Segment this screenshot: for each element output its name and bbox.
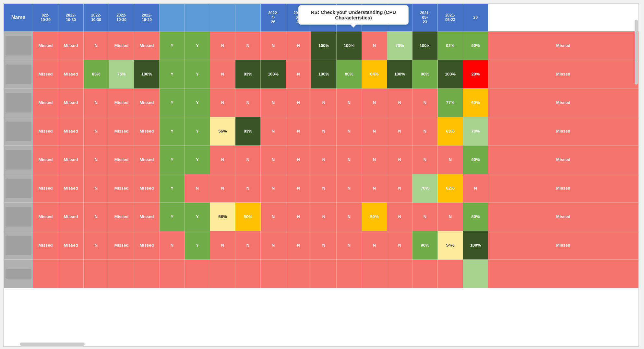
cell-r2c11: N (286, 60, 311, 88)
cell-r1c10: N (261, 31, 286, 60)
student-avatar (4, 174, 33, 203)
cell-r8c12: N (311, 231, 337, 260)
cell-r2c12: 100% (311, 60, 337, 88)
cell-r5c18: 90% (463, 145, 488, 174)
cell-r5c2: Missed (58, 145, 84, 174)
cell-r3c10: N (261, 88, 286, 117)
cell-r9c7 (185, 260, 210, 288)
vertical-scrollbar[interactable] (635, 20, 638, 85)
cell-r8c8: N (210, 231, 235, 260)
header-name: Name (4, 4, 33, 31)
cell-r3c1: Missed (33, 88, 58, 117)
cell-r8c7: Y (185, 231, 210, 260)
cell-r6c13: N (337, 174, 362, 203)
cell-r6c2: Missed (58, 174, 84, 203)
cell-r6c14: N (362, 174, 387, 203)
cell-r7c4: Missed (109, 203, 134, 231)
cell-r2c4: 75% (109, 60, 134, 88)
student-avatar (4, 231, 33, 260)
header-col-18: 20 (463, 4, 488, 31)
cell-r1c11: N (286, 31, 311, 60)
student-avatar (4, 260, 33, 288)
cell-r2c17: 100% (438, 60, 463, 88)
cell-r4c17: 69% (438, 117, 463, 145)
header-col-3: 2022-10-30 (84, 4, 109, 31)
cell-r7c11: N (286, 203, 311, 231)
cell-r4c11: N (286, 117, 311, 145)
header-col-17: 2021-05-23 (438, 4, 463, 31)
cell-r8c9: N (235, 231, 261, 260)
table-row: Missed Missed N Missed Missed Y Y 56% 83… (4, 117, 638, 145)
cell-r2c9: 83% (235, 60, 261, 88)
cell-r3c9: N (235, 88, 261, 117)
cell-r3c7: Y (185, 88, 210, 117)
cell-r7c1: Missed (33, 203, 58, 231)
cell-r6c18: N (463, 174, 488, 203)
cell-r1c1: Missed (33, 31, 58, 60)
cell-r7c16: N (412, 203, 438, 231)
cell-r3c2: Missed (58, 88, 84, 117)
cell-r1c15: 70% (387, 31, 412, 60)
cell-r4c5: Missed (134, 117, 160, 145)
cell-r2c3: 83% (84, 60, 109, 88)
cell-r7c8: 56% (210, 203, 235, 231)
cell-r9c4 (109, 260, 134, 288)
cell-r9c17 (438, 260, 463, 288)
cell-r2c13: 80% (337, 60, 362, 88)
cell-r4c14: N (362, 117, 387, 145)
cell-r7c13: N (337, 203, 362, 231)
cell-r4c15: N (387, 117, 412, 145)
cell-r7c2: Missed (58, 203, 84, 231)
cell-r1c3: N (84, 31, 109, 60)
cell-r8c16: 90% (412, 231, 438, 260)
grade-table: Name 022-10-30 2022-10-30 2022-10-30 202… (4, 4, 638, 288)
cell-r2c19: Missed (488, 60, 638, 88)
student-avatar (4, 60, 33, 88)
cell-r2c18: 20% (463, 60, 488, 88)
cell-r7c5: Missed (134, 203, 160, 231)
student-avatar (4, 117, 33, 145)
cell-r2c1: Missed (33, 60, 58, 88)
cell-r3c6: Y (160, 88, 185, 117)
table-row (4, 260, 638, 288)
cell-r9c3 (84, 260, 109, 288)
table-body: Missed Missed N Missed Missed Y Y N N N … (4, 31, 638, 288)
student-avatar (4, 88, 33, 117)
cell-r5c19: Missed (488, 145, 638, 174)
cell-r3c13: N (337, 88, 362, 117)
header-col-1: 022-10-30 (33, 4, 58, 31)
cell-r5c5: Missed (134, 145, 160, 174)
cell-r5c13: N (337, 145, 362, 174)
cell-r5c17: N (438, 145, 463, 174)
table-row: Missed Missed N Missed Missed Y Y N N N … (4, 145, 638, 174)
cell-r3c14: N (362, 88, 387, 117)
cell-r3c16: N (412, 88, 438, 117)
student-avatar (4, 31, 33, 60)
cell-r4c7: Y (185, 117, 210, 145)
cell-r1c7: Y (185, 31, 210, 60)
cell-r4c1: Missed (33, 117, 58, 145)
cell-r4c3: N (84, 117, 109, 145)
cell-r4c18: 70% (463, 117, 488, 145)
cell-r9c10 (261, 260, 286, 288)
cell-r3c15: N (387, 88, 412, 117)
table-row: Missed Missed N Missed Missed Y N N N N … (4, 174, 638, 203)
cell-r8c10: N (261, 231, 286, 260)
cell-r4c10: N (261, 117, 286, 145)
cell-r7c18: 80% (463, 203, 488, 231)
cell-r5c1: Missed (33, 145, 58, 174)
cell-r1c18: 90% (463, 31, 488, 60)
cell-r8c14: N (362, 231, 387, 260)
cell-r4c19: Missed (488, 117, 638, 145)
cell-r3c8: N (210, 88, 235, 117)
cell-r7c10: N (261, 203, 286, 231)
cell-r6c4: Missed (109, 174, 134, 203)
cell-r7c7: Y (185, 203, 210, 231)
cell-r2c6: Y (160, 60, 185, 88)
cell-r6c17: 62% (438, 174, 463, 203)
cell-r9c8 (210, 260, 235, 288)
header-col-7 (185, 4, 210, 31)
cell-r4c9: 83% (235, 117, 261, 145)
horizontal-scrollbar[interactable] (20, 343, 85, 346)
cell-r8c15: N (387, 231, 412, 260)
